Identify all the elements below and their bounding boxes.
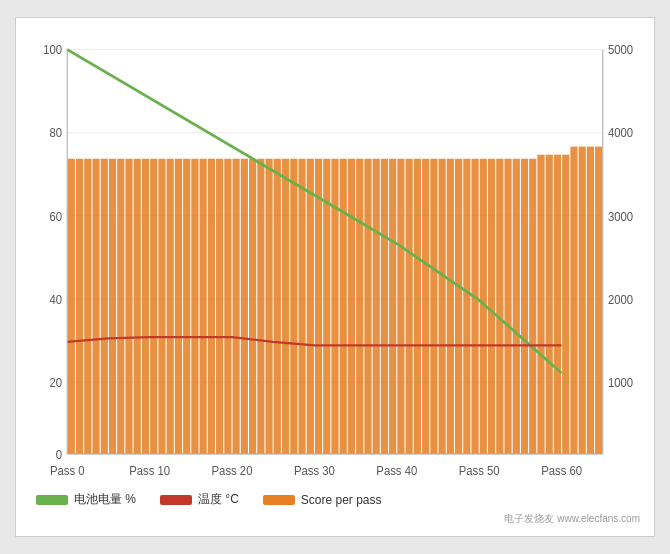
svg-text:60: 60	[49, 209, 62, 224]
svg-rect-33	[200, 159, 207, 454]
svg-rect-71	[513, 159, 520, 454]
svg-text:Pass 50: Pass 50	[459, 463, 500, 477]
battery-line	[67, 50, 561, 373]
svg-rect-38	[241, 159, 248, 454]
svg-rect-52	[356, 159, 363, 454]
score-swatch	[263, 495, 295, 505]
svg-rect-24	[125, 159, 132, 454]
svg-rect-70	[504, 159, 511, 454]
svg-rect-20	[92, 159, 99, 454]
svg-rect-63	[447, 159, 454, 454]
svg-rect-23	[117, 159, 124, 454]
svg-rect-59	[414, 159, 421, 454]
svg-rect-53	[364, 159, 371, 454]
svg-rect-45	[298, 159, 305, 454]
svg-rect-34	[208, 159, 215, 454]
svg-rect-69	[496, 159, 503, 454]
svg-rect-31	[183, 159, 190, 454]
svg-text:40: 40	[49, 292, 62, 307]
svg-text:Pass 0: Pass 0	[50, 463, 85, 477]
svg-rect-75	[546, 155, 553, 454]
chart-area: 100 80 60 40 20 0 5000 4000 3000 2000 10…	[26, 38, 644, 477]
svg-rect-39	[249, 159, 256, 454]
temperature-line	[67, 337, 561, 345]
legend-score: Score per pass	[263, 493, 382, 507]
legend-battery: 电池电量 %	[36, 491, 136, 508]
legend-temp: 温度 °C	[160, 491, 239, 508]
svg-text:Pass 10: Pass 10	[129, 463, 170, 477]
svg-rect-73	[529, 159, 536, 454]
score-bars	[68, 147, 603, 454]
svg-rect-80	[587, 147, 594, 454]
svg-rect-21	[101, 159, 108, 454]
svg-rect-25	[134, 159, 141, 454]
svg-rect-81	[595, 147, 602, 454]
svg-text:0: 0	[56, 447, 63, 462]
svg-text:20: 20	[49, 375, 62, 390]
svg-rect-72	[521, 159, 528, 454]
svg-rect-28	[158, 159, 165, 454]
svg-rect-30	[175, 159, 182, 454]
svg-rect-78	[570, 147, 577, 454]
svg-text:100: 100	[43, 43, 62, 58]
svg-rect-49	[331, 159, 338, 454]
svg-rect-43	[282, 159, 289, 454]
svg-text:3000: 3000	[608, 209, 633, 224]
svg-rect-46	[307, 159, 314, 454]
svg-rect-76	[554, 155, 561, 454]
svg-rect-17	[68, 159, 75, 454]
svg-text:1000: 1000	[608, 375, 633, 390]
svg-text:Pass 40: Pass 40	[376, 463, 417, 477]
svg-text:5000: 5000	[608, 43, 633, 58]
svg-rect-57	[397, 159, 404, 454]
svg-rect-60	[422, 159, 429, 454]
svg-rect-58	[406, 159, 413, 454]
chart-svg: 100 80 60 40 20 0 5000 4000 3000 2000 10…	[26, 38, 644, 477]
svg-text:Pass 60: Pass 60	[541, 463, 582, 477]
svg-rect-42	[274, 159, 281, 454]
svg-rect-32	[191, 159, 198, 454]
battery-label: 电池电量 %	[74, 491, 136, 508]
svg-rect-40	[257, 159, 264, 454]
svg-rect-55	[381, 159, 388, 454]
svg-rect-74	[537, 155, 544, 454]
watermark: 电子发烧友 www.elecfans.com	[26, 512, 644, 526]
svg-text:Pass 30: Pass 30	[294, 463, 335, 477]
svg-rect-19	[84, 159, 91, 454]
svg-rect-61	[430, 159, 437, 454]
svg-rect-66	[471, 159, 478, 454]
svg-rect-41	[265, 159, 272, 454]
svg-rect-68	[488, 159, 495, 454]
svg-rect-22	[109, 159, 116, 454]
svg-rect-79	[579, 147, 586, 454]
svg-text:80: 80	[49, 126, 62, 141]
svg-rect-29	[167, 159, 174, 454]
svg-rect-77	[562, 155, 569, 454]
svg-rect-47	[315, 159, 322, 454]
svg-rect-62	[439, 159, 446, 454]
svg-rect-44	[290, 159, 297, 454]
svg-rect-64	[455, 159, 462, 454]
svg-rect-65	[463, 159, 470, 454]
svg-text:Pass 20: Pass 20	[212, 463, 253, 477]
score-label: Score per pass	[301, 493, 382, 507]
temp-swatch	[160, 495, 192, 505]
svg-rect-51	[348, 159, 355, 454]
svg-rect-37	[233, 159, 240, 454]
temp-label: 温度 °C	[198, 491, 239, 508]
chart-card: 100 80 60 40 20 0 5000 4000 3000 2000 10…	[15, 17, 655, 537]
svg-rect-50	[340, 159, 347, 454]
svg-rect-27	[150, 159, 157, 454]
svg-text:4000: 4000	[608, 126, 633, 141]
svg-rect-54	[373, 159, 380, 454]
svg-rect-36	[224, 159, 231, 454]
battery-swatch	[36, 495, 68, 505]
svg-rect-18	[76, 159, 83, 454]
chart-legend: 电池电量 % 温度 °C Score per pass	[26, 485, 644, 510]
svg-rect-56	[389, 159, 396, 454]
svg-rect-26	[142, 159, 149, 454]
svg-text:2000: 2000	[608, 292, 633, 307]
svg-rect-35	[216, 159, 223, 454]
